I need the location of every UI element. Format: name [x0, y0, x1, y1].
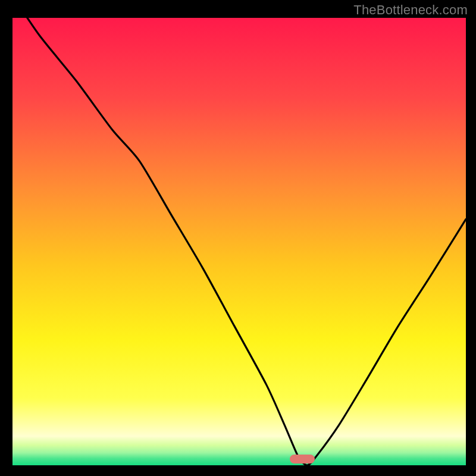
- plot-svg: [12, 18, 466, 465]
- plot-area: [12, 18, 466, 465]
- chart-container: TheBottleneck.com: [0, 0, 476, 476]
- attribution-label: TheBottleneck.com: [353, 2, 468, 18]
- optimum-marker: [290, 455, 315, 464]
